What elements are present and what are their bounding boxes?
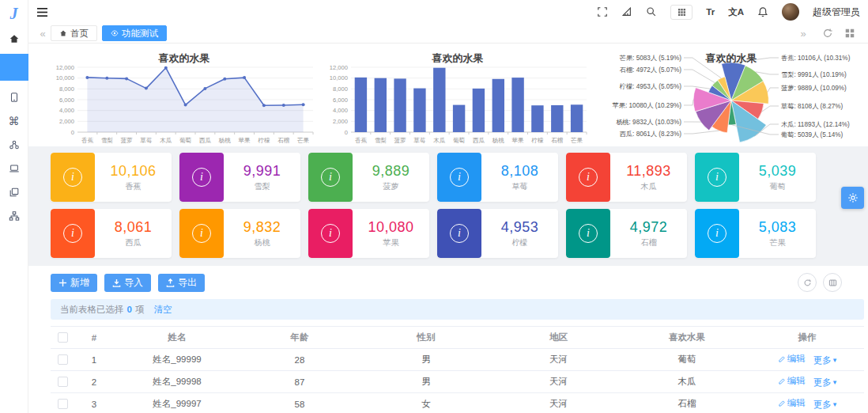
sidebar-item-cluster[interactable]	[0, 133, 28, 157]
stat-card-icon: i	[695, 209, 739, 258]
stat-card-value: 5,083	[759, 219, 797, 236]
cell-name: 姓名_99999	[114, 349, 240, 371]
sidebar-item-components[interactable]: ⌘	[0, 109, 28, 133]
stat-card-label: 葡萄	[770, 181, 786, 192]
stat-card-icon: i	[179, 153, 224, 202]
edit-icon	[778, 400, 786, 407]
cell-index: 2	[74, 371, 114, 393]
table-refresh-button[interactable]	[798, 273, 817, 292]
svg-text:2,000: 2,000	[333, 118, 348, 125]
import-button[interactable]: 导入	[104, 274, 151, 292]
clear-selection-link[interactable]: 清空	[153, 304, 172, 316]
layout-grid-button[interactable]	[844, 28, 855, 39]
info-icon: i	[450, 168, 469, 187]
cell-index: 3	[74, 393, 114, 413]
stat-card-value: 4,972	[630, 219, 668, 236]
export-button[interactable]: 导出	[158, 274, 205, 292]
stat-card-icon: i	[51, 153, 95, 202]
font-size-button[interactable]: Tr	[706, 7, 715, 17]
search-button[interactable]	[646, 6, 657, 17]
svg-text:8,000: 8,000	[59, 85, 74, 93]
stat-card: i9,991雪梨	[179, 153, 300, 202]
menu-toggle-button[interactable]	[36, 7, 57, 17]
tabs-scroll-left-button[interactable]: «	[35, 28, 51, 40]
gear-icon	[847, 192, 859, 203]
edit-button[interactable]: 编辑	[778, 397, 806, 409]
more-button[interactable]: 更多 ▾	[813, 377, 837, 388]
tab-home[interactable]: 首页	[51, 25, 97, 41]
edit-button[interactable]: 编辑	[778, 353, 806, 365]
stat-card-value: 9,889	[372, 163, 410, 180]
info-icon: i	[579, 224, 598, 243]
fullscreen-button[interactable]	[597, 6, 608, 17]
info-icon: i	[63, 224, 82, 243]
svg-text:草莓: 草莓	[140, 137, 153, 144]
svg-text:8,000: 8,000	[333, 85, 348, 93]
sidebar-item-pages[interactable]	[0, 180, 28, 204]
column-header: 性别	[359, 327, 493, 349]
sidebar-item-home[interactable]	[0, 27, 28, 51]
settings-button[interactable]	[841, 187, 864, 209]
sidebar-item-sitemap[interactable]	[0, 204, 28, 228]
add-button-label: 新增	[70, 276, 89, 290]
row-checkbox[interactable]	[58, 377, 68, 387]
svg-text:4,000: 4,000	[59, 107, 74, 114]
edit-button[interactable]: 编辑	[778, 375, 806, 387]
tab-function-test[interactable]: 功能测试	[102, 25, 167, 41]
columns-icon	[828, 278, 837, 287]
refresh-tab-button[interactable]	[822, 28, 833, 39]
stat-card: i5,083芒果	[695, 209, 816, 258]
stat-card-body: 10,106香蕉	[95, 153, 172, 202]
select-all-checkbox[interactable]	[58, 332, 68, 343]
table-columns-button[interactable]	[823, 273, 842, 292]
clean-cache-button[interactable]	[621, 6, 632, 17]
stat-card-label: 菠萝	[383, 181, 399, 192]
cell-region: 天河	[493, 371, 624, 393]
applet-button[interactable]	[670, 5, 693, 20]
tab-label: 首页	[70, 28, 89, 40]
more-button[interactable]: 更多 ▾	[813, 399, 837, 411]
app-logo[interactable]: J	[0, 0, 28, 27]
tabs-scroll-right-button[interactable]: »	[795, 28, 811, 40]
sidebar-item-tablet[interactable]	[0, 85, 28, 109]
sidebar-item-active[interactable]	[0, 54, 28, 81]
column-header: 地区	[493, 327, 624, 349]
user-name[interactable]: 超级管理员	[813, 6, 860, 19]
cell-gender: 女	[359, 393, 493, 413]
table-row: 3姓名_9999758女天河石榴编辑更多 ▾	[51, 393, 864, 413]
stat-card-body: 9,889菠萝	[353, 153, 429, 202]
tab-label: 功能测试	[122, 28, 158, 40]
notification-button[interactable]	[757, 6, 768, 17]
copy-icon	[9, 187, 20, 198]
stat-card-body: 8,108草莓	[481, 153, 558, 202]
add-button[interactable]: 新增	[51, 274, 97, 292]
svg-text:0: 0	[345, 129, 348, 136]
command-icon: ⌘	[9, 115, 20, 127]
cell-operations: 编辑更多 ▾	[750, 349, 864, 371]
svg-text:杨桃: 杨桃	[218, 137, 232, 144]
home-icon	[59, 29, 67, 37]
svg-text:柠檬: 4953人 (5.05%): 柠檬: 4953人 (5.05%)	[619, 83, 682, 90]
grid-icon	[844, 28, 855, 39]
svg-text:香蕉: 香蕉	[81, 137, 94, 144]
chevron-down-icon: ▾	[833, 356, 837, 364]
svg-text:西瓜: 西瓜	[473, 137, 485, 144]
translate-button[interactable]: 文A	[728, 6, 744, 18]
sidebar: J ⌘	[0, 0, 28, 413]
svg-text:苹果: 苹果	[511, 137, 524, 144]
stat-card-label: 石榴	[641, 237, 657, 248]
svg-text:西瓜: 西瓜	[199, 137, 212, 144]
stat-card-body: 10,080苹果	[353, 209, 429, 258]
sidebar-item-laptop[interactable]	[0, 157, 28, 180]
svg-text:菠萝: 9889人 (10.09%): 菠萝: 9889人 (10.09%)	[781, 85, 847, 92]
more-button[interactable]: 更多 ▾	[813, 354, 837, 366]
row-checkbox[interactable]	[58, 354, 68, 365]
row-checkbox[interactable]	[58, 399, 68, 409]
stat-card-value: 4,953	[501, 219, 539, 236]
svg-text:葡萄: 5039人 (5.14%): 葡萄: 5039人 (5.14%)	[780, 131, 843, 138]
user-avatar[interactable]	[782, 3, 799, 21]
stat-card-icon: i	[51, 209, 95, 258]
cell-age: 58	[240, 393, 359, 413]
cell-operations: 编辑更多 ▾	[750, 371, 864, 393]
cell-gender: 男	[359, 371, 493, 393]
